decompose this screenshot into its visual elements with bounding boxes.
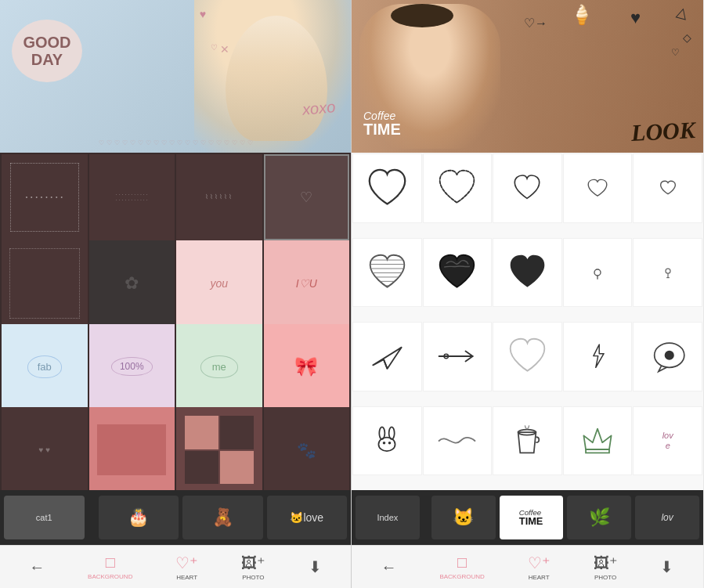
nav-back-left[interactable]: ← <box>29 558 45 576</box>
sticker-bunny[interactable] <box>352 406 422 476</box>
sticker-pin-2[interactable] <box>633 238 702 308</box>
right-sticker-grid: love <box>352 153 703 490</box>
sticker-heart-small-1[interactable] <box>493 153 562 223</box>
nav-download-left[interactable]: ⬇ <box>309 557 322 576</box>
tab-coffee-time[interactable]: Coffee TIME <box>500 496 564 539</box>
back-icon-right: ← <box>381 558 396 576</box>
sticker-item[interactable]: ♥ ♥ <box>2 407 88 490</box>
sticker-paper-plane[interactable] <box>352 322 422 391</box>
cake-icon: 🎂 <box>128 507 149 528</box>
sticker-item[interactable]: ✿ <box>89 240 175 326</box>
sticker-item-iou[interactable]: I♡U <box>264 240 350 326</box>
background-label-left: BACKGROUND <box>88 573 132 580</box>
photo-icon-left: 🖼⁺ <box>241 554 265 572</box>
heart-label-left: HEART <box>176 574 197 581</box>
nav-background-left[interactable]: □ BACKGROUND <box>88 554 132 580</box>
left-panel: GOOD DAY ♥ ♡ xoxo ✕ ♡♡♡♡♡♡♡♡♡♡♡♡♡♡♡♡♡♡♡♡… <box>0 0 352 588</box>
svg-point-7 <box>594 269 601 276</box>
sticker-item-bow[interactable]: 🎀 <box>264 324 350 410</box>
nav-back-right[interactable]: ← <box>381 558 396 576</box>
download-icon-right: ⬇ <box>660 557 673 576</box>
tab-cake[interactable]: 🎂 <box>99 496 179 539</box>
sticker-item-fab[interactable]: fab <box>2 324 88 410</box>
svg-point-17 <box>380 427 385 439</box>
right-nav-bar: ← □ BACKGROUND ♡⁺ HEART 🖼⁺ PHOTO ⬇ <box>352 545 703 588</box>
sticker-item[interactable]: ♡ <box>264 154 350 240</box>
background-icon-right: □ <box>457 554 467 572</box>
sticker-item[interactable] <box>176 407 262 490</box>
svg-point-20 <box>388 442 392 445</box>
sticker-love-text[interactable]: love <box>633 406 702 476</box>
love-icon: lov <box>661 512 673 523</box>
sticker-heart-hatched[interactable] <box>352 238 422 308</box>
sticker-cup[interactable] <box>493 406 562 476</box>
sticker-item[interactable]: ⌇⌇⌇⌇⌇⌇ <box>176 154 262 240</box>
tab-cat-love[interactable]: 🐱love <box>267 496 348 539</box>
sticker-item[interactable]: · · · · · · · · · · ·· · · · · · · · · ·… <box>89 154 175 240</box>
sticker-heart-outline-3[interactable] <box>493 322 562 391</box>
look-sticker: LOOK <box>630 117 695 146</box>
cat-face-icon: 🐱 <box>453 507 474 528</box>
sticker-lightning[interactable] <box>563 322 633 391</box>
background-label-right: BACKGROUND <box>439 573 484 580</box>
right-panel: Coffee TIME LOOK ♥ △ ◇ ♡ ♡→ 🍦 <box>352 0 703 588</box>
svg-point-15 <box>664 351 673 360</box>
photo-icon-right: 🖼⁺ <box>594 554 618 572</box>
back-icon-left: ← <box>29 558 45 576</box>
bear-icon: 🧸 <box>212 507 233 528</box>
tab-cat-face[interactable]: 🐱 <box>431 496 496 539</box>
svg-rect-22 <box>586 449 609 453</box>
nav-photo-right[interactable]: 🖼⁺ PHOTO <box>594 554 618 581</box>
tab-index-right[interactable]: Index <box>356 496 420 539</box>
right-photo-area: Coffee TIME LOOK ♥ △ ◇ ♡ ♡→ 🍦 <box>352 0 703 153</box>
sticker-heart-small-3[interactable] <box>633 153 702 223</box>
right-bottom-tabs: Index 🐱 Coffee TIME 🌿 lov <box>352 490 703 545</box>
sticker-pin-1[interactable] <box>563 238 633 308</box>
nav-heart-right[interactable]: ♡⁺ HEART <box>528 554 551 581</box>
sticker-heart-filled[interactable] <box>493 238 562 308</box>
heart-label-right: HEART <box>529 574 550 581</box>
left-photo-area: GOOD DAY ♥ ♡ xoxo ✕ ♡♡♡♡♡♡♡♡♡♡♡♡♡♡♡♡♡♡♡♡ <box>0 0 351 153</box>
sticker-crown[interactable] <box>563 406 633 476</box>
hearts-border: ♡♡♡♡♡♡♡♡♡♡♡♡♡♡♡♡♡♡♡♡ <box>0 139 351 146</box>
background-icon-left: □ <box>106 554 115 572</box>
tab-plant[interactable]: 🌿 <box>567 496 631 539</box>
tab-love-text-right[interactable]: lov <box>635 496 699 539</box>
sticker-heart-outline-1[interactable] <box>352 153 422 223</box>
sticker-item[interactable]: 🐾 <box>264 407 350 490</box>
tab-index-left[interactable]: cat1 <box>4 496 85 539</box>
sticker-item[interactable] <box>2 240 88 326</box>
sticker-speech-bubble[interactable] <box>633 322 702 391</box>
sticker-heart-outline-2[interactable] <box>423 153 493 223</box>
left-nav-bar: ← □ BACKGROUND ♡⁺ HEART 🖼⁺ PHOTO ⬇ <box>0 545 351 588</box>
sticker-item[interactable]: • • • • • • • • <box>2 154 88 240</box>
svg-point-18 <box>389 427 395 439</box>
sticker-heart-scribble[interactable] <box>423 238 493 308</box>
sticker-item-100[interactable]: 100% <box>89 324 175 410</box>
sticker-arrow-right[interactable] <box>423 322 493 391</box>
coffee-time-sticker: Coffee TIME <box>363 110 401 137</box>
tab-bear[interactable]: 🧸 <box>182 496 263 539</box>
svg-point-19 <box>383 442 386 445</box>
nav-download-right[interactable]: ⬇ <box>660 557 673 576</box>
heart-icon-left: ♡⁺ <box>175 554 198 572</box>
sticker-wave-line[interactable] <box>423 406 493 476</box>
cat-love-icon: 🐱love <box>290 511 323 524</box>
sticker-item-you[interactable]: you <box>176 240 262 326</box>
plant-icon: 🌿 <box>589 507 610 528</box>
good-day-sticker: GOOD DAY <box>12 20 82 82</box>
svg-point-9 <box>666 269 670 273</box>
left-sticker-grid: • • • • • • • • · · · · · · · · · · ·· ·… <box>0 153 351 490</box>
sticker-item-me[interactable]: me <box>176 324 262 410</box>
tab-index-label: cat1 <box>36 513 52 522</box>
nav-photo-left[interactable]: 🖼⁺ PHOTO <box>241 554 265 581</box>
left-bottom-tabs: cat1 🎂 🧸 🐱love <box>0 490 351 545</box>
nav-heart-left[interactable]: ♡⁺ HEART <box>175 554 198 581</box>
sticker-item[interactable] <box>89 407 175 490</box>
photo-label-left: PHOTO <box>242 574 264 581</box>
photo-label-right: PHOTO <box>594 574 616 581</box>
nav-background-right[interactable]: □ BACKGROUND <box>439 554 484 580</box>
xoxo-sticker: xoxo <box>301 98 336 119</box>
heart-icon-right: ♡⁺ <box>528 554 551 572</box>
sticker-heart-small-2[interactable] <box>563 153 633 223</box>
